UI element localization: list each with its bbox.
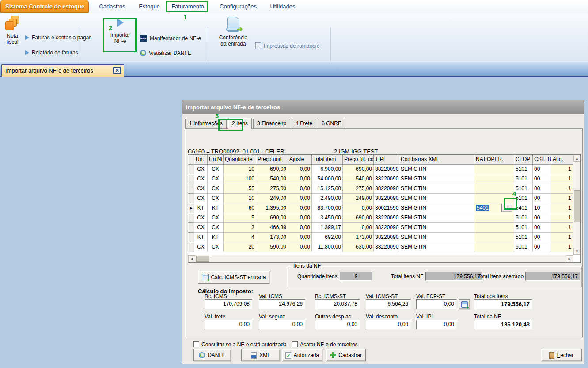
grid-cell[interactable]: 1 bbox=[551, 203, 573, 213]
fechar-button[interactable]: Fechar bbox=[541, 349, 582, 361]
manifestador-nfe-button[interactable]: NF-e Manifestador de NF-e bbox=[140, 34, 201, 42]
visualizar-danfe-button[interactable]: Visualizar DANFE bbox=[140, 50, 191, 56]
grid-cell[interactable]: 00 bbox=[533, 165, 551, 174]
grid-cell[interactable]: CX bbox=[194, 242, 208, 252]
grid-cell[interactable]: 1.395,00 bbox=[256, 203, 288, 213]
grid-row[interactable]: CXCX20590,000,0011.800,00630,0038220090S… bbox=[188, 242, 580, 252]
grid-cell[interactable]: 00 bbox=[533, 174, 551, 184]
menu-tab-faturamento[interactable]: Faturamento bbox=[168, 0, 208, 13]
grid-cell[interactable]: CX bbox=[194, 223, 208, 233]
grid-row[interactable]: CXCX3466,390,001.399,170,0038220090SEM G… bbox=[188, 223, 580, 233]
grid-cell[interactable]: 1 bbox=[551, 184, 573, 194]
grid-cell[interactable]: 38220090 bbox=[374, 223, 399, 233]
grid-cell[interactable]: 5401... bbox=[474, 203, 514, 213]
grid-cell[interactable]: CX bbox=[194, 174, 208, 184]
grid-cell[interactable] bbox=[474, 184, 514, 194]
calc-icms-st-button[interactable]: Calc. ICMS-ST entrada bbox=[198, 271, 269, 284]
nat-oper-selected-value[interactable]: 5401 bbox=[476, 205, 489, 211]
grid-cell[interactable]: 0,00 bbox=[288, 213, 312, 223]
grid-cell[interactable]: 0,00 bbox=[288, 203, 312, 213]
grid-cell[interactable]: SEM GTIN bbox=[399, 174, 474, 184]
grid-cell[interactable]: 38220090 bbox=[374, 194, 399, 203]
scroll-down-icon[interactable]: ▼ bbox=[573, 248, 580, 255]
nat-oper-ellipsis-button[interactable]: ... bbox=[501, 204, 512, 212]
menu-tab-cadastros[interactable]: Cadastros bbox=[94, 0, 130, 13]
grid-cell[interactable]: CX bbox=[194, 194, 208, 203]
grid-cell[interactable]: CX bbox=[208, 223, 224, 233]
nota-fiscal-button[interactable]: Nota fiscal bbox=[1, 16, 24, 45]
close-icon[interactable]: ✕ bbox=[113, 67, 121, 74]
grid-cell[interactable]: CX bbox=[194, 165, 208, 174]
grid-cell[interactable]: 30021590 bbox=[374, 203, 399, 213]
xml-button[interactable]: XML bbox=[241, 349, 280, 361]
grid-cell[interactable]: SEM GTIN bbox=[399, 184, 474, 194]
grid-cell[interactable]: CX bbox=[208, 184, 224, 194]
grid-cell[interactable]: 0,00 bbox=[343, 203, 374, 213]
checkbox-icon[interactable] bbox=[193, 341, 199, 347]
menu-tab-configuracoes[interactable]: Configurações bbox=[216, 0, 260, 13]
importar-nfe-button[interactable]: Importar NF-e bbox=[105, 19, 135, 44]
grid-cell[interactable]: SEM GTIN bbox=[399, 165, 474, 174]
grid-cell[interactable]: SEM GTIN bbox=[399, 194, 474, 203]
tax-field-value[interactable]: 170.709,08 bbox=[205, 299, 252, 309]
fcp-calc-button[interactable] bbox=[459, 299, 470, 309]
grid-cell[interactable]: 5101 bbox=[514, 165, 533, 174]
grid-cell[interactable]: 590,00 bbox=[256, 242, 288, 252]
grid-cell[interactable]: 10 bbox=[224, 165, 256, 174]
grid-cell[interactable]: 1 bbox=[551, 165, 573, 174]
tax-field-value[interactable]: 24.976,26 bbox=[259, 299, 305, 309]
grid-cell[interactable]: SEM GTIN bbox=[399, 213, 474, 223]
grid-cell[interactable]: 38220090 bbox=[374, 233, 399, 242]
grid-cell[interactable]: 692,00 bbox=[312, 233, 343, 242]
app-menu-button[interactable]: Sistema Controle de estoque bbox=[0, 0, 89, 13]
grid-cell[interactable]: 38220090 bbox=[374, 174, 399, 184]
checkbox-acatar-terceiros[interactable]: Acatar NF-e de terceiros bbox=[292, 341, 358, 348]
grid-cell[interactable]: 55 bbox=[224, 184, 256, 194]
grid-cell[interactable]: 690,00 bbox=[256, 213, 288, 223]
faturas-contas-button[interactable]: Faturas e contas a pagar bbox=[25, 34, 91, 41]
grid-row[interactable]: CXCX10690,000,006.900,00690,0038220090SE… bbox=[188, 165, 580, 174]
menu-tab-utilidades[interactable]: Utilidades bbox=[265, 0, 300, 13]
danfe-button[interactable]: DANFE bbox=[193, 349, 231, 361]
menu-tab-estoque[interactable]: Estoque bbox=[134, 0, 165, 13]
hscroll-thumb[interactable] bbox=[196, 256, 209, 262]
grid-cell[interactable]: SEM GTIN bbox=[399, 203, 474, 213]
grid-cell[interactable]: 1 bbox=[551, 213, 573, 223]
grid-cell[interactable]: 60 bbox=[224, 203, 256, 213]
grid-cell[interactable]: 0,00 bbox=[288, 194, 312, 203]
grid-row[interactable]: KTKT4173,000,00692,00173,0038220090SEM G… bbox=[188, 233, 580, 242]
grid-cell[interactable]: 10 bbox=[224, 194, 256, 203]
grid-cell[interactable]: 11.800,00 bbox=[312, 242, 343, 252]
grid-cell[interactable]: 00 bbox=[533, 223, 551, 233]
grid-cell[interactable]: 540,00 bbox=[256, 174, 288, 184]
grid-cell[interactable]: 15.125,00 bbox=[312, 184, 343, 194]
grid-cell[interactable]: 466,39 bbox=[256, 223, 288, 233]
tab-frete[interactable]: 4 Frete bbox=[292, 119, 316, 128]
grid-row[interactable]: CXCX10249,000,002.490,00249,0038220090SE… bbox=[188, 194, 580, 203]
grid-cell[interactable]: 5401 bbox=[514, 203, 533, 213]
grid-cell[interactable]: 5101 bbox=[514, 223, 533, 233]
tax-field-value[interactable]: 0,00 bbox=[366, 320, 411, 330]
grid-cell[interactable]: 20 bbox=[224, 242, 256, 252]
grid-cell[interactable] bbox=[474, 233, 514, 242]
grid-row[interactable]: CXCX100540,000,0054.000,00540,0038220090… bbox=[188, 174, 580, 184]
tab-informacoes[interactable]: 1 Informações bbox=[185, 119, 227, 128]
grid-cell[interactable]: 2.490,00 bbox=[312, 194, 343, 203]
grid-cell[interactable]: 0,00 bbox=[288, 165, 312, 174]
grid-cell[interactable]: 1 bbox=[551, 223, 573, 233]
grid-cell[interactable]: SEM GTIN bbox=[399, 242, 474, 252]
grid-cell[interactable]: KT bbox=[208, 203, 224, 213]
grid-cell[interactable]: 690,00 bbox=[343, 213, 374, 223]
grid-cell[interactable]: KT bbox=[208, 233, 224, 242]
grid-cell[interactable]: 10 bbox=[533, 203, 551, 213]
grid-cell[interactable]: 275,00 bbox=[256, 184, 288, 194]
tax-field-value[interactable]: 20.037,78 bbox=[315, 299, 360, 309]
grid-cell[interactable]: CX bbox=[194, 213, 208, 223]
grid-cell[interactable]: 1 bbox=[551, 233, 573, 242]
tab-gnre[interactable]: 6 GNRE bbox=[318, 119, 345, 128]
grid-cell[interactable]: 0,00 bbox=[288, 233, 312, 242]
tab-itens[interactable]: 2 Itens bbox=[228, 118, 252, 129]
grid-cell[interactable]: 249,00 bbox=[343, 194, 374, 203]
grid-cell[interactable]: 173,00 bbox=[256, 233, 288, 242]
grid-cell[interactable]: CX bbox=[208, 213, 224, 223]
